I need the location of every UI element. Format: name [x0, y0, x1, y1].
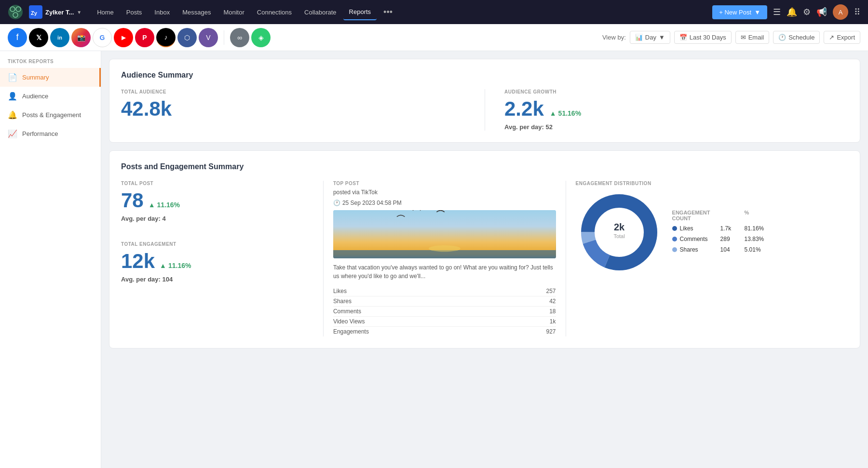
clock-icon: 🕐 [778, 34, 786, 41]
nav-more[interactable]: ••• [378, 3, 398, 21]
sidebar-item-performance[interactable]: 📈 Performance [0, 124, 101, 143]
posts-engagement-title: Posts and Engagement Summary [121, 162, 848, 171]
schedule-button[interactable]: 🕐 Schedule [773, 31, 820, 44]
instagram-icon[interactable]: 📸 [71, 28, 91, 47]
nav-monitor[interactable]: Monitor [217, 5, 250, 20]
grid-icon[interactable]: ⠿ [854, 7, 860, 17]
post-stat-comments: Comments 18 [333, 307, 556, 317]
engagement-chart-area: 2k Total ENGAGEMENT COUNT % [576, 189, 839, 278]
sidebar-item-audience[interactable]: 👤 Audience [0, 87, 101, 106]
comments-dot [672, 237, 677, 241]
sidebar-section-label: TIKTOK REPORTS [0, 59, 101, 68]
pinterest-icon[interactable]: P [135, 28, 154, 47]
top-navigation: Zy Zylker T... ▼ Home Posts Inbox Messag… [0, 0, 868, 24]
eng-up-arrow-icon: ▲ [160, 262, 166, 269]
top-post-via: posted via TikTok [333, 189, 556, 196]
shares-dot [672, 247, 677, 252]
svg-point-8 [429, 245, 461, 252]
total-post-label: TOTAL POST [121, 181, 313, 186]
extra2-icon[interactable]: ◈ [251, 28, 271, 47]
sidebar-item-summary[interactable]: 📄 Summary [0, 68, 101, 87]
extra1-icon[interactable]: ∞ [230, 28, 249, 47]
posts-engagement-grid: TOTAL POST 78 ▲ 11.16% Avg. per day: 4 T… [121, 181, 848, 336]
posts-engagement-card: Posts and Engagement Summary TOTAL POST … [109, 150, 860, 348]
main-layout: TIKTOK REPORTS 📄 Summary 👤 Audience 🔔 Po… [0, 51, 868, 468]
top-post-description: Take that vacation you've always wanted … [333, 263, 556, 281]
new-post-button[interactable]: + New Post ▼ [712, 5, 767, 19]
google-icon[interactable]: G [93, 28, 112, 47]
avg-per-day-audience: Avg. per day: 52 [504, 123, 848, 131]
social-bar: f 𝕏 in 📸 G ▶ P ♪ ⬡ V ∞ ◈ View by: 📊 Day … [0, 24, 868, 51]
twitter-icon[interactable]: 𝕏 [29, 28, 48, 47]
nav-messages[interactable]: Messages [176, 5, 217, 20]
youtube-icon[interactable]: ▶ [114, 28, 133, 47]
bell-icon[interactable]: 🔔 [787, 7, 797, 17]
audience-grid: TOTAL AUDIENCE 42.8k AUDIENCE GROWTH 2.2… [121, 89, 848, 131]
nav-reports[interactable]: Reports [343, 4, 377, 20]
nav-items: Home Posts Inbox Messages Monitor Connec… [91, 3, 710, 21]
meta-icon[interactable]: ⬡ [177, 28, 197, 47]
nav-home[interactable]: Home [91, 5, 120, 20]
new-post-label: + New Post [719, 9, 751, 16]
legend-likes: Likes 1.7k 81.16% [672, 225, 773, 232]
day-view-button[interactable]: 📊 Day ▼ [630, 31, 670, 44]
day-icon: 📊 [635, 34, 643, 41]
clock-icon: 🕐 [333, 200, 340, 206]
post-up-arrow-icon: ▲ [149, 201, 155, 209]
legend-shares: Shares 104 5.01% [672, 246, 773, 253]
audience-growth-pct: ▲ 51.16% [550, 109, 581, 117]
post-stat-shares: Shares 42 [333, 296, 556, 307]
facebook-icon[interactable]: f [8, 28, 27, 47]
nav-inbox[interactable]: Inbox [149, 5, 176, 20]
total-engagement-growth: ▲ 11.16% [160, 262, 191, 269]
total-audience-section: TOTAL AUDIENCE 42.8k [121, 89, 485, 131]
post-via-label: posted via TikTok [333, 189, 378, 196]
top-post-label: TOP POST [333, 181, 556, 186]
total-audience-value: 42.8k [121, 97, 465, 120]
sidebar: TIKTOK REPORTS 📄 Summary 👤 Audience 🔔 Po… [0, 51, 101, 468]
audience-icon: 👤 [8, 92, 17, 101]
post-stat-engagements: Engagements 927 [333, 327, 556, 336]
sidebar-item-posts-engagement[interactable]: 🔔 Posts & Engagement [0, 106, 101, 124]
megaphone-icon[interactable]: 📢 [816, 7, 827, 17]
performance-icon: 📈 [8, 129, 17, 138]
svg-text:2k: 2k [613, 222, 624, 232]
avg-per-day-engagement: Avg. per day: 104 [121, 276, 313, 283]
total-engagement-label: TOTAL ENGAGEMENT [121, 241, 313, 247]
tiktok-icon[interactable]: ♪ [156, 28, 176, 47]
total-engagement-value: 12k [121, 250, 155, 273]
summary-icon: 📄 [8, 73, 17, 82]
app-logo [8, 4, 23, 20]
export-icon: ↗ [829, 34, 834, 41]
post-stat-video-views: Video Views 1k [333, 317, 556, 327]
menu-icon[interactable]: ☰ [773, 7, 781, 17]
view-by-label: View by: [602, 34, 626, 41]
date-range-button[interactable]: 📅 Last 30 Days [674, 31, 732, 44]
svg-text:Total: Total [613, 233, 624, 239]
top-post-col: TOP POST posted via TikTok 🕐 25 Sep 2023… [323, 181, 566, 336]
brand-name[interactable]: Zy Zylker T... ▼ [29, 5, 81, 19]
posts-icon: 🔔 [8, 110, 17, 120]
email-button[interactable]: ✉ Email [735, 31, 770, 44]
nav-posts[interactable]: Posts [121, 5, 148, 20]
avatar[interactable]: A [833, 4, 848, 20]
vimeo-icon[interactable]: V [199, 28, 218, 47]
gear-icon[interactable]: ⚙ [803, 7, 811, 17]
posts-totals-col: TOTAL POST 78 ▲ 11.16% Avg. per day: 4 T… [121, 181, 323, 336]
top-post-image [333, 210, 556, 258]
nav-right-actions: + New Post ▼ ☰ 🔔 ⚙ 📢 A ⠿ [712, 4, 860, 20]
audience-growth-label: AUDIENCE GROWTH [504, 89, 848, 94]
donut-chart: 2k Total [576, 189, 663, 278]
total-post-value: 78 [121, 189, 144, 212]
nav-collaborate[interactable]: Collaborate [298, 5, 342, 20]
total-post-growth: ▲ 11.16% [149, 201, 180, 209]
engagement-distribution-col: ENGAGEMENT DISTRIBUTION [566, 181, 848, 336]
linkedin-icon[interactable]: in [50, 28, 69, 47]
top-post-date: 🕐 25 Sep 2023 04:58 PM [333, 200, 556, 206]
post-stats-list: Likes 257 Shares 42 Comments 18 Video [333, 286, 556, 336]
new-post-chevron-icon: ▼ [754, 9, 760, 16]
nav-connections[interactable]: Connections [251, 5, 298, 20]
export-button[interactable]: ↗ Export [824, 31, 860, 44]
likes-dot [672, 226, 677, 231]
engagement-dist-label: ENGAGEMENT DISTRIBUTION [576, 181, 839, 186]
